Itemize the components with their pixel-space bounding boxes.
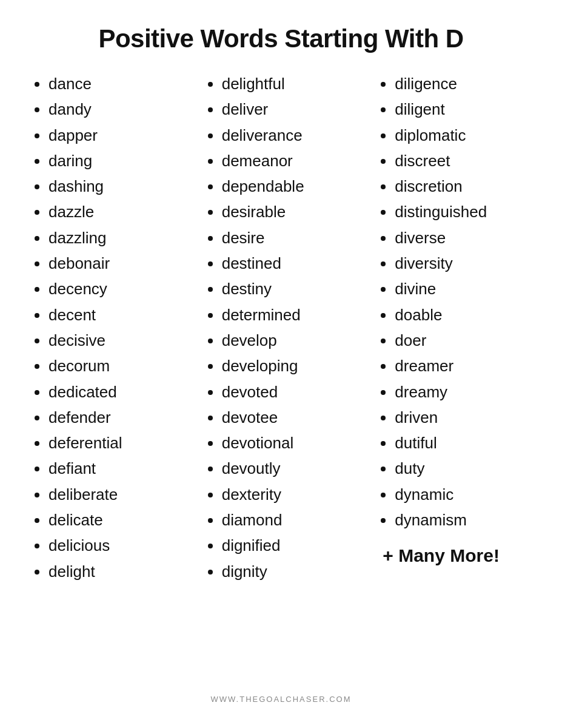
more-text: + Many More! [376,533,532,566]
list-item: devoutly [222,456,377,480]
list-item: delight [49,559,204,584]
list-item: demeanor [222,149,377,173]
list-item: dignity [222,559,377,584]
list-item: diamond [222,508,377,532]
list-item: determined [222,303,377,327]
list-item: devotional [222,431,377,455]
list-item: develop [222,328,377,352]
list-item: duty [395,456,532,480]
column-1: dancedandydapperdaringdashingdazzledazzl… [30,72,204,585]
list-item: decency [49,277,204,301]
list-item: dignified [222,533,377,558]
column-3: diligencediligentdiplomaticdiscreetdiscr… [376,72,532,533]
list-item: dedicated [49,380,204,404]
list-item: destined [222,251,377,275]
list-item: dashing [49,174,204,198]
list-item: decorum [49,354,204,378]
list-item: distinguished [395,200,532,224]
list-item: dexterity [222,482,377,507]
list-item: deferential [49,431,204,455]
list-item: deliver [222,97,377,121]
list-item: dandy [49,97,204,121]
list-item: devotee [222,405,377,430]
list-item: dreamer [395,354,532,378]
list-item: dynamic [395,482,532,507]
list-item: defiant [49,456,204,480]
page-title: Positive Words Starting With D [30,24,532,53]
list-item: deliverance [222,123,377,147]
list-item: diplomatic [395,123,532,147]
list-item: dynamism [395,508,532,532]
list-item: dazzling [49,226,204,250]
list-item: debonair [49,251,204,275]
list-item: doer [395,328,532,352]
list-item: delightful [222,72,377,96]
list-item: diversity [395,251,532,275]
list-item: diligence [395,72,532,96]
list-item: dreamy [395,380,532,404]
list-item: decisive [49,328,204,352]
list-item: divine [395,277,532,301]
columns-wrapper: dancedandydapperdaringdashingdazzledazzl… [30,72,532,682]
list-item: discretion [395,174,532,198]
list-item: dazzle [49,200,204,224]
list-item: dapper [49,123,204,147]
list-item: devoted [222,380,377,404]
page-container: Positive Words Starting With D dancedand… [0,0,562,728]
list-item: desire [222,226,377,250]
list-item: diverse [395,226,532,250]
footer-text: WWW.THEGOALCHASER.COM [30,682,532,710]
list-item: daring [49,149,204,173]
list-item: delicious [49,533,204,558]
list-item: dance [49,72,204,96]
column-2: delightfuldeliverdeliverancedemeanordepe… [204,72,377,585]
column-3-container: diligencediligentdiplomaticdiscreetdiscr… [376,72,532,566]
list-item: driven [395,405,532,430]
list-item: destiny [222,277,377,301]
list-item: desirable [222,200,377,224]
list-item: defender [49,405,204,430]
list-item: dutiful [395,431,532,455]
list-item: delicate [49,508,204,532]
list-item: discreet [395,149,532,173]
list-item: dependable [222,174,377,198]
list-item: developing [222,354,377,378]
list-item: diligent [395,97,532,121]
list-item: doable [395,303,532,327]
list-item: deliberate [49,482,204,507]
list-item: decent [49,303,204,327]
